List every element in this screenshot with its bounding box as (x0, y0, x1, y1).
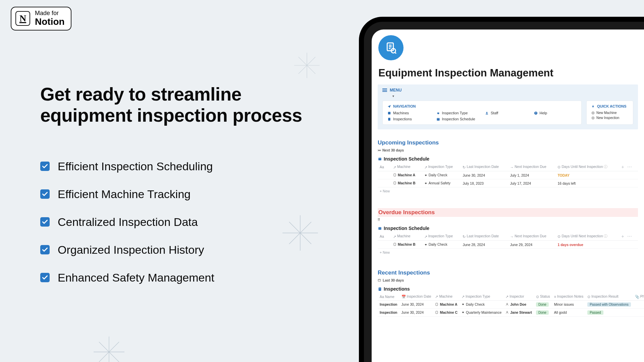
col-days[interactable]: ⊙Days Until Next Inspection ⓘ (555, 163, 619, 171)
section-title: Upcoming Inspections (378, 139, 638, 146)
section-title: Overdue Inspections (378, 209, 435, 216)
col-next[interactable]: →Next Inspection Due (508, 163, 556, 171)
col-machine[interactable]: ↗Machine (391, 163, 422, 171)
qa-new-machine[interactable]: New Machine (591, 111, 628, 115)
nav-help[interactable]: ?Help (534, 111, 577, 115)
svg-rect-19 (437, 118, 439, 120)
nav-title: NAVIGATION (387, 104, 577, 108)
made-for-notion-badge: N Made for Notion (11, 7, 71, 31)
recent-section: Recent Inspections Last 30 days Inspecti… (378, 269, 638, 317)
table-row[interactable]: Machine B Annual Safety July 18, 2023 Ju… (378, 179, 638, 187)
col-actions[interactable]: + ⋯ (619, 163, 638, 171)
col-aa[interactable]: Aa (378, 163, 391, 171)
page-icon[interactable] (378, 35, 404, 60)
svg-rect-14 (388, 112, 390, 114)
add-new-row[interactable]: + New (378, 249, 638, 256)
menu-header[interactable]: MENU (382, 88, 633, 93)
svg-line-2 (299, 57, 315, 74)
tablet-frame: Equipment Inspection Management MENU ▾ (359, 17, 644, 362)
headline: Get ready to streamline equipment inspec… (40, 84, 315, 126)
view-tab[interactable]: Last 30 days (378, 278, 638, 282)
upcoming-section: Upcoming Inspections ↣Next 30 days Inspe… (378, 139, 638, 195)
svg-rect-27 (378, 158, 381, 160)
page-title: Equipment Inspection Management (378, 67, 644, 79)
feature-label: Efficient Inspection Scheduling (58, 160, 213, 173)
check-icon (40, 217, 50, 227)
overdue-table: Aa ↗Machine ↗Inspection Type ↻Last Inspe… (378, 232, 638, 249)
qa-new-inspection[interactable]: New Inspection (591, 116, 628, 120)
feature-list: Efficient Inspection Scheduling Efficien… (40, 160, 315, 284)
col-type[interactable]: ↗Inspection Type (422, 163, 461, 171)
svg-rect-31 (378, 227, 381, 230)
view-tab[interactable]: !! (378, 218, 638, 222)
notion-app: Equipment Inspection Management MENU ▾ (372, 35, 644, 317)
feature-item: Centralized Inspection Data (40, 216, 315, 229)
section-title: Recent Inspections (378, 269, 638, 276)
feature-label: Organized Inspection History (58, 243, 204, 256)
svg-rect-37 (436, 303, 438, 306)
sparkle-icon (92, 335, 126, 362)
svg-rect-34 (378, 279, 381, 282)
svg-point-15 (486, 112, 488, 113)
svg-text:?: ? (535, 112, 536, 114)
svg-rect-18 (388, 118, 390, 120)
feature-item: Efficient Inspection Scheduling (40, 160, 315, 173)
badge-brand: Notion (35, 17, 65, 27)
feature-label: Enhanced Safety Management (58, 271, 214, 284)
check-icon (40, 273, 50, 282)
col-last[interactable]: ↻Last Inspection Date (461, 163, 508, 171)
table-row[interactable]: Machine A Daily Check June 30, 2024 July… (378, 171, 638, 179)
svg-point-40 (507, 311, 508, 312)
toggle-arrow-icon[interactable]: ▾ (392, 94, 633, 98)
table-row[interactable]: Machine B Daily Check June 28, 2024 June… (378, 241, 638, 249)
feature-label: Centralized Inspection Data (58, 216, 198, 229)
qa-title: QUICK ACTIONS (591, 104, 628, 108)
recent-table: Aa Name 📅Inspection Date ↗Machine ↗Inspe… (378, 293, 644, 317)
check-icon (40, 245, 50, 254)
check-icon (40, 189, 50, 199)
table-row[interactable]: Inspection June 30, 2024 Machine C Quart… (378, 308, 644, 316)
feature-item: Efficient Machine Tracking (40, 188, 315, 201)
svg-point-38 (507, 303, 508, 304)
quick-actions-panel: QUICK ACTIONS New Machine New Inspection (586, 101, 633, 125)
svg-rect-29 (394, 174, 396, 176)
upcoming-table: Aa ↗Machine ↗Inspection Type ↻Last Inspe… (378, 163, 638, 187)
db-title[interactable]: Inspections (378, 286, 638, 292)
badge-made-for: Made for (35, 10, 65, 17)
hamburger-icon (382, 88, 387, 92)
menu-callout: MENU ▾ NAVIGATION Machines (378, 84, 638, 129)
sparkle-icon (292, 50, 322, 80)
nav-schedule[interactable]: Inspection Schedule (436, 117, 479, 121)
db-title[interactable]: Inspection Schedule (378, 156, 638, 162)
svg-rect-33 (394, 243, 396, 246)
feature-item: Enhanced Safety Management (40, 271, 315, 284)
svg-rect-30 (394, 182, 396, 184)
svg-rect-39 (436, 311, 438, 314)
menu-label: MENU (390, 88, 401, 93)
navigation-panel: NAVIGATION Machines Inspection Type Staf… (382, 101, 582, 125)
nav-inspection-type[interactable]: Inspection Type (436, 111, 479, 115)
nav-staff[interactable]: Staff (485, 111, 528, 115)
feature-label: Efficient Machine Tracking (58, 188, 191, 201)
overdue-section: !! Inspection Schedule Aa ↗Machine ↗Insp… (378, 218, 638, 256)
svg-line-3 (299, 57, 315, 74)
check-icon (40, 162, 50, 171)
add-new-row[interactable]: + New (378, 187, 638, 195)
table-row[interactable]: Inspection June 30, 2024 Machine A Daily… (378, 300, 644, 308)
svg-line-10 (99, 342, 119, 362)
svg-line-11 (99, 342, 119, 362)
db-title[interactable]: Inspection Schedule (378, 226, 638, 231)
notion-logo-icon: N (15, 11, 30, 26)
feature-item: Organized Inspection History (40, 243, 315, 256)
overdue-banner: Overdue Inspections (378, 208, 638, 217)
nav-inspections[interactable]: Inspections (387, 117, 430, 121)
view-tab[interactable]: ↣Next 30 days (378, 148, 638, 152)
nav-machines[interactable]: Machines (387, 111, 430, 115)
